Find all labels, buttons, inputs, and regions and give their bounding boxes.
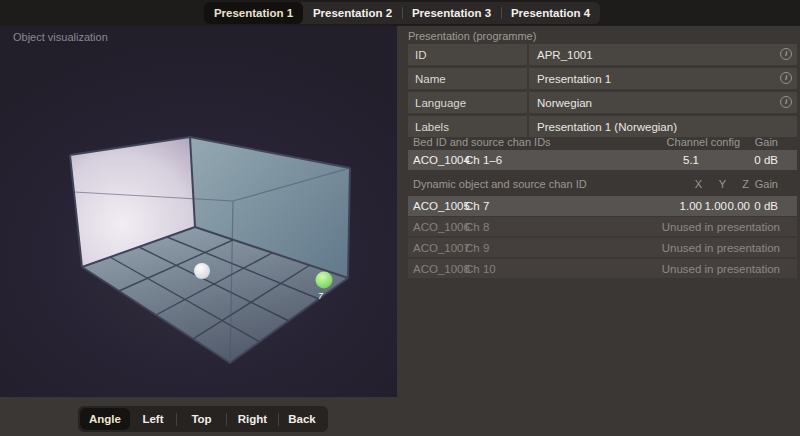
object-id: ACO_1006 — [413, 221, 470, 233]
view-button-angle[interactable]: Angle — [80, 408, 130, 430]
view-button-left[interactable]: Left — [130, 408, 176, 430]
gain-column-header: Gain — [755, 178, 778, 190]
object-x: 1.00 — [680, 200, 702, 212]
property-value-text: Norwegian — [537, 97, 592, 109]
object-row-aco-1006[interactable]: ACO_1006 Ch 8 Unused in presentation — [408, 217, 797, 236]
audio-object-ch7-sphere[interactable] — [316, 272, 333, 289]
tab-divider — [501, 7, 502, 19]
audio-object-bed-sphere[interactable] — [194, 263, 210, 279]
bed-gain: 0 dB — [754, 154, 778, 166]
property-value[interactable]: Presentation 1 i — [529, 68, 797, 89]
object-channel: Ch 8 — [465, 221, 489, 233]
property-label: Language — [408, 92, 527, 113]
gain-column-header: Gain — [755, 136, 778, 148]
x-column-header: X — [695, 178, 702, 190]
bed-section-header: Bed ID and source chan IDs Channel confi… — [408, 135, 797, 151]
object-section-header: Dynamic object and source chan ID X Y Z … — [408, 177, 797, 193]
object-channel: Ch 10 — [465, 263, 496, 275]
view-button-right[interactable]: Right — [227, 408, 278, 430]
object-id: ACO_1007 — [413, 242, 470, 254]
object-channel: Ch 7 — [465, 200, 489, 212]
view-buttons-bar: Angle Left Top Right Back — [78, 406, 328, 432]
property-value-text: APR_1001 — [537, 49, 593, 61]
object-status: Unused in presentation — [662, 263, 780, 275]
object-header-label: Dynamic object and source chan ID — [413, 178, 587, 190]
property-value[interactable]: APR_1001 i — [529, 44, 797, 65]
object-id: ACO_1005 — [413, 200, 470, 212]
bed-id: ACO_1004 — [413, 154, 470, 166]
tab-presentation-1[interactable]: Presentation 1 — [204, 2, 303, 24]
room-3d-view[interactable]: 7 — [0, 26, 397, 397]
z-column-header: Z — [742, 178, 749, 190]
property-value[interactable]: Norwegian i — [529, 92, 797, 113]
property-value-text: Presentation 1 (Norwegian) — [537, 121, 677, 133]
object-row-aco-1005[interactable]: ACO_1005 Ch 7 1.00 1.00 0.00 0 dB — [408, 196, 797, 216]
y-column-header: Y — [719, 178, 726, 190]
app-window: Presentation 1 Presentation 2 Presentati… — [0, 0, 800, 436]
bed-row-aco-1004[interactable]: ACO_1004 Ch 1–6 5.1 0 dB — [408, 150, 797, 170]
info-icon[interactable]: i — [780, 72, 792, 84]
property-value-text: Presentation 1 — [537, 73, 611, 85]
object-gain: 0 dB — [754, 200, 778, 212]
object-row-aco-1008[interactable]: ACO_1008 Ch 10 Unused in presentation — [408, 259, 797, 278]
tab-presentation-4[interactable]: Presentation 4 — [501, 2, 600, 24]
object-status: Unused in presentation — [662, 242, 780, 254]
channel-config-column-header: Channel config — [667, 136, 740, 148]
view-button-top[interactable]: Top — [177, 408, 226, 430]
object-row-aco-1007[interactable]: ACO_1007 Ch 9 Unused in presentation — [408, 238, 797, 257]
property-label: Name — [408, 68, 527, 89]
tab-presentation-2[interactable]: Presentation 2 — [303, 2, 402, 24]
panel-title: Presentation (programme) — [408, 30, 536, 42]
info-icon[interactable]: i — [780, 48, 792, 60]
object-y: 1.00 — [705, 200, 727, 212]
bed-channels: Ch 1–6 — [465, 154, 502, 166]
property-label: ID — [408, 44, 527, 65]
tab-presentation-3[interactable]: Presentation 3 — [402, 2, 501, 24]
bed-header-label: Bed ID and source chan IDs — [413, 136, 551, 148]
presentation-panel: Presentation (programme) ID APR_1001 i N… — [397, 26, 800, 436]
bed-channel-config: 5.1 — [683, 154, 699, 166]
object-z: 0.00 — [728, 200, 750, 212]
object-id: ACO_1008 — [413, 263, 470, 275]
property-label: Labels — [408, 116, 527, 137]
presentation-segmented-control: Presentation 1 Presentation 2 Presentati… — [204, 2, 600, 24]
object-visualization-panel: Object visualization — [0, 26, 397, 397]
property-value[interactable]: Presentation 1 (Norwegian) — [529, 116, 797, 137]
presentation-tab-bar: Presentation 1 Presentation 2 Presentati… — [0, 0, 800, 26]
object-status: Unused in presentation — [662, 221, 780, 233]
view-button-back[interactable]: Back — [279, 408, 325, 430]
object-channel: Ch 9 — [465, 242, 489, 254]
tab-divider — [402, 7, 403, 19]
info-icon[interactable]: i — [780, 96, 792, 108]
